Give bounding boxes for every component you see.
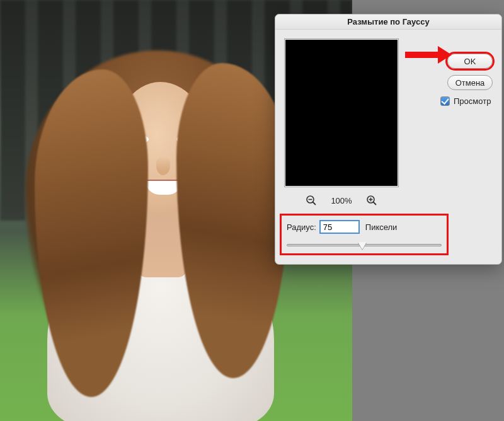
zoom-level: 100% [331,196,352,205]
zoom-out-icon[interactable] [306,195,317,206]
photo-subject-nose [156,156,170,175]
cancel-button-label: Отмена [455,78,485,88]
ok-button[interactable]: OK [447,54,493,69]
gaussian-blur-dialog: Размытие по Гауссу 100% Радиус: Пиксели [275,14,502,265]
ok-button-label: OK [464,57,476,66]
zoom-in-icon[interactable] [366,195,377,206]
dialog-title: Размытие по Гауссу [275,14,501,30]
preview-checkbox-row: Просмотр [440,96,500,106]
dialog-title-text: Размытие по Гауссу [347,17,429,26]
radius-slider[interactable] [287,241,442,250]
radius-row: Радиус: Пиксели [287,219,442,234]
filter-preview[interactable] [284,38,399,187]
radius-section-highlight: Радиус: Пиксели [280,214,449,255]
dialog-body: 100% Радиус: Пиксели OK Отмена П [275,30,501,264]
slider-thumb[interactable] [358,242,367,250]
zoom-controls: 100% [284,192,399,209]
svg-line-4 [373,202,376,205]
cancel-button[interactable]: Отмена [447,75,493,90]
radius-input[interactable] [320,221,359,233]
svg-line-1 [313,202,316,205]
preview-checkbox[interactable] [440,96,450,106]
radius-units: Пиксели [365,222,398,232]
radius-label: Радиус: [287,222,316,232]
preview-checkbox-label: Просмотр [454,96,491,106]
